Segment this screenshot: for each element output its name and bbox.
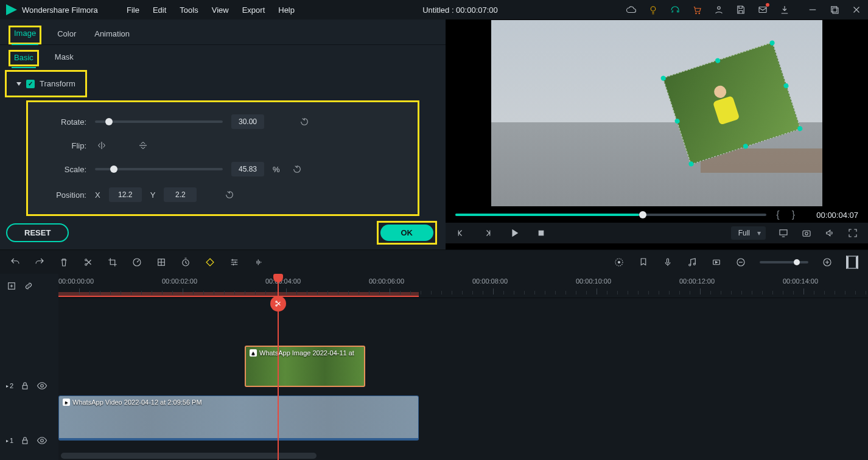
record-icon[interactable] <box>711 257 722 268</box>
preview-progress[interactable] <box>455 214 766 216</box>
menu-file[interactable]: File <box>127 5 139 15</box>
fullscreen-icon[interactable] <box>847 228 858 239</box>
audio-mixer-icon[interactable] <box>687 257 698 268</box>
timeline: 2 1 00:00:00:0000:00:02:0000:00:04:0000:… <box>0 274 868 460</box>
transform-checkbox[interactable] <box>26 80 35 88</box>
track-1-header: 1 <box>0 428 58 453</box>
track-2[interactable]: ▲WhatsApp Image 2022-04-11 at <box>58 342 868 391</box>
track-2-visibility-icon[interactable] <box>37 380 47 391</box>
rotate-slider[interactable] <box>95 120 223 123</box>
transform-section-header[interactable]: Transform <box>8 73 84 94</box>
mark-out-icon[interactable]: } <box>789 209 797 220</box>
flip-vertical-icon[interactable] <box>136 140 150 151</box>
transform-controls: Rotate: Flip: Scale: % Position: <box>28 102 418 214</box>
position-y-input[interactable] <box>164 187 197 202</box>
titlebar: Wondershare Filmora File Edit Tools View… <box>0 0 868 19</box>
preview-canvas[interactable] <box>446 19 868 207</box>
svg-rect-6 <box>833 8 838 13</box>
zoom-out-icon[interactable] <box>735 257 746 268</box>
menubar: File Edit Tools View Export Help <box>122 5 295 15</box>
tab-image[interactable]: Image <box>12 25 38 45</box>
track-1-lock-icon[interactable] <box>19 435 30 446</box>
track-1-visibility-icon[interactable] <box>37 435 47 446</box>
playhead[interactable] <box>278 274 279 460</box>
marker-icon[interactable] <box>638 257 649 268</box>
flip-horizontal-icon[interactable] <box>95 140 108 151</box>
split-icon[interactable] <box>83 257 94 268</box>
reset-button[interactable]: RESET <box>6 223 69 242</box>
voiceover-icon[interactable] <box>662 257 673 268</box>
video-clip[interactable]: ▸WhatsApp Video 2022-04-12 at 2:09:56 PM <box>58 396 419 441</box>
message-icon[interactable] <box>757 4 768 15</box>
close-icon[interactable] <box>851 4 862 15</box>
position-x-input[interactable] <box>109 187 142 202</box>
delete-icon[interactable] <box>58 257 69 268</box>
tab-mask[interactable]: Mask <box>52 50 76 66</box>
rotate-reset-icon[interactable] <box>299 117 309 127</box>
preview-overlay-clip[interactable] <box>662 42 800 164</box>
svg-rect-7 <box>539 231 544 235</box>
preview-timecode: 00:00:04:07 <box>805 211 858 220</box>
zoom-in-icon[interactable] <box>822 257 833 268</box>
color-match-icon[interactable] <box>156 257 167 268</box>
menu-help[interactable]: Help <box>278 5 295 15</box>
work-area-region[interactable] <box>58 292 419 297</box>
download-icon[interactable] <box>779 4 790 15</box>
menu-edit[interactable]: Edit <box>153 5 166 15</box>
zoom-slider[interactable] <box>760 261 808 263</box>
ruler-tick-label: 00:00:08:00 <box>472 277 508 285</box>
link-icon[interactable] <box>23 281 34 291</box>
display-icon[interactable] <box>778 228 789 239</box>
play-icon[interactable] <box>509 228 520 239</box>
filmora-logo-icon <box>6 4 17 15</box>
support-icon[interactable] <box>670 4 681 15</box>
speed-icon[interactable] <box>131 257 142 268</box>
save-icon[interactable] <box>735 4 746 15</box>
add-track-icon[interactable] <box>6 281 17 291</box>
ok-button[interactable]: OK <box>380 225 434 241</box>
cart-icon[interactable] <box>691 4 702 15</box>
timeline-tracks-area[interactable]: 00:00:00:0000:00:02:0000:00:04:0000:00:0… <box>58 274 868 460</box>
timeline-gutter: 2 1 <box>0 274 58 460</box>
image-clip[interactable]: ▲WhatsApp Image 2022-04-11 at <box>245 346 365 387</box>
playhead-split-icon[interactable] <box>270 296 286 312</box>
scale-input[interactable] <box>231 162 264 176</box>
menu-export[interactable]: Export <box>242 5 265 15</box>
track-1-number: 1 <box>6 437 13 444</box>
position-reset-icon[interactable] <box>225 190 234 200</box>
svg-point-3 <box>718 7 721 10</box>
stop-icon[interactable] <box>536 228 547 239</box>
tab-animation[interactable]: Animation <box>92 26 132 44</box>
volume-icon[interactable] <box>824 228 835 239</box>
crop-icon[interactable] <box>107 257 118 268</box>
rotate-input[interactable] <box>231 114 264 129</box>
render-icon[interactable] <box>614 257 625 268</box>
undo-icon[interactable] <box>10 257 21 268</box>
mark-in-icon[interactable]: { <box>774 209 782 220</box>
tab-basic[interactable]: Basic <box>12 51 36 68</box>
keyframe-icon[interactable] <box>205 257 215 268</box>
menu-view[interactable]: View <box>212 5 229 15</box>
tab-color[interactable]: Color <box>55 26 79 44</box>
snapshot-icon[interactable] <box>801 228 812 239</box>
bulb-icon[interactable] <box>648 4 659 15</box>
track-1[interactable]: ▸WhatsApp Video 2022-04-12 at 2:09:56 PM <box>58 393 868 442</box>
step-back-icon[interactable] <box>455 228 466 239</box>
step-forward-icon[interactable] <box>482 228 493 239</box>
scale-slider[interactable] <box>95 168 223 170</box>
timeline-toolbar <box>0 249 868 274</box>
cloud-icon[interactable] <box>626 4 637 15</box>
adjust-icon[interactable] <box>229 257 240 268</box>
scale-reset-icon[interactable] <box>292 164 302 174</box>
redo-icon[interactable] <box>34 257 45 268</box>
zoom-fit-icon[interactable] <box>846 256 858 269</box>
duration-icon[interactable] <box>180 257 191 268</box>
maximize-icon[interactable] <box>829 4 840 15</box>
menu-tools[interactable]: Tools <box>180 5 198 15</box>
minimize-icon[interactable] <box>807 4 818 15</box>
quality-select[interactable]: Full <box>731 226 766 240</box>
time-ruler[interactable]: 00:00:00:0000:00:02:0000:00:04:0000:00:0… <box>58 274 868 298</box>
audio-wave-icon[interactable] <box>253 257 264 268</box>
account-icon[interactable] <box>713 4 724 15</box>
track-2-lock-icon[interactable] <box>19 380 30 391</box>
